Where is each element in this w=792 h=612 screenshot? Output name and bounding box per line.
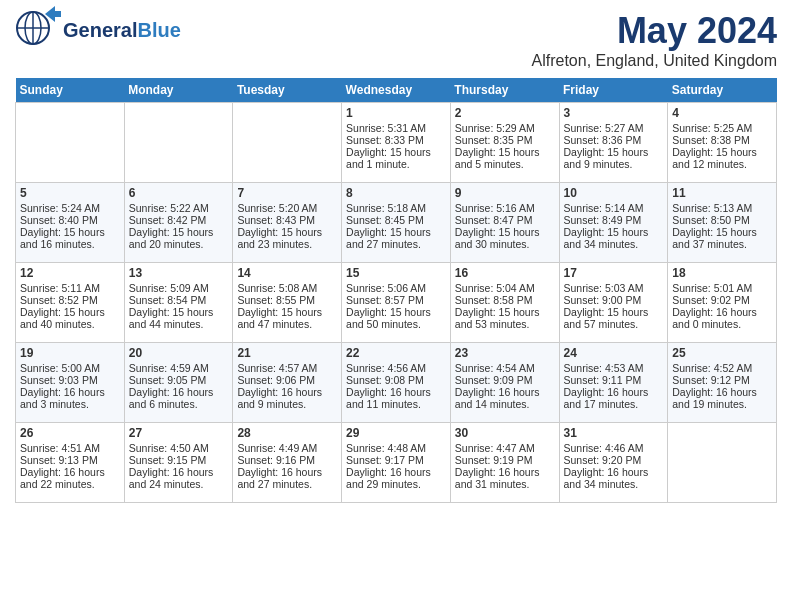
page-header: GeneralBlue May 2024 Alfreton, England, … [15,10,777,70]
day-number: 17 [564,266,664,280]
day-info: Daylight: 16 hours [237,466,337,478]
day-info: Sunset: 8:50 PM [672,214,772,226]
day-info: and 31 minutes. [455,478,555,490]
day-info: Daylight: 15 hours [672,146,772,158]
day-info: Sunset: 8:42 PM [129,214,229,226]
day-info: Daylight: 15 hours [237,226,337,238]
day-info: Sunrise: 5:24 AM [20,202,120,214]
calendar-cell: 4Sunrise: 5:25 AMSunset: 8:38 PMDaylight… [668,103,777,183]
calendar-cell: 9Sunrise: 5:16 AMSunset: 8:47 PMDaylight… [450,183,559,263]
day-info: Daylight: 15 hours [20,226,120,238]
day-info: Sunrise: 5:22 AM [129,202,229,214]
day-info: Daylight: 16 hours [129,466,229,478]
day-info: and 44 minutes. [129,318,229,330]
day-info: Daylight: 15 hours [129,226,229,238]
day-number: 22 [346,346,446,360]
day-info: and 6 minutes. [129,398,229,410]
day-number: 24 [564,346,664,360]
day-number: 11 [672,186,772,200]
day-number: 4 [672,106,772,120]
day-info: Daylight: 15 hours [455,226,555,238]
day-info: and 47 minutes. [237,318,337,330]
calendar-cell [233,103,342,183]
calendar-cell: 23Sunrise: 4:54 AMSunset: 9:09 PMDayligh… [450,343,559,423]
day-info: Sunrise: 4:50 AM [129,442,229,454]
day-info: Daylight: 15 hours [564,226,664,238]
day-info: Daylight: 16 hours [129,386,229,398]
day-info: and 23 minutes. [237,238,337,250]
day-number: 14 [237,266,337,280]
day-info: and 11 minutes. [346,398,446,410]
day-info: Daylight: 16 hours [237,386,337,398]
day-info: and 17 minutes. [564,398,664,410]
calendar-week-5: 26Sunrise: 4:51 AMSunset: 9:13 PMDayligh… [16,423,777,503]
day-number: 2 [455,106,555,120]
day-number: 23 [455,346,555,360]
day-info: Sunrise: 5:16 AM [455,202,555,214]
day-info: Sunset: 8:40 PM [20,214,120,226]
day-info: Sunset: 9:00 PM [564,294,664,306]
day-number: 28 [237,426,337,440]
day-info: Daylight: 16 hours [672,306,772,318]
day-info: Sunset: 9:15 PM [129,454,229,466]
day-info: Sunset: 9:05 PM [129,374,229,386]
day-info: and 57 minutes. [564,318,664,330]
day-number: 19 [20,346,120,360]
day-info: Sunrise: 5:11 AM [20,282,120,294]
day-info: and 27 minutes. [346,238,446,250]
calendar-cell: 20Sunrise: 4:59 AMSunset: 9:05 PMDayligh… [124,343,233,423]
day-info: Sunset: 9:16 PM [237,454,337,466]
day-number: 10 [564,186,664,200]
day-info: Sunrise: 4:56 AM [346,362,446,374]
day-info: and 1 minute. [346,158,446,170]
day-info: Sunset: 8:58 PM [455,294,555,306]
day-info: and 34 minutes. [564,478,664,490]
day-info: and 19 minutes. [672,398,772,410]
day-info: Sunrise: 5:09 AM [129,282,229,294]
day-info: Sunrise: 4:46 AM [564,442,664,454]
day-info: Daylight: 15 hours [672,226,772,238]
day-info: Daylight: 15 hours [564,306,664,318]
calendar-cell: 8Sunrise: 5:18 AMSunset: 8:45 PMDaylight… [342,183,451,263]
day-info: Sunrise: 5:29 AM [455,122,555,134]
day-info: Sunset: 8:33 PM [346,134,446,146]
day-number: 15 [346,266,446,280]
calendar-cell: 30Sunrise: 4:47 AMSunset: 9:19 PMDayligh… [450,423,559,503]
calendar-cell: 27Sunrise: 4:50 AMSunset: 9:15 PMDayligh… [124,423,233,503]
day-info: and 14 minutes. [455,398,555,410]
calendar-cell: 7Sunrise: 5:20 AMSunset: 8:43 PMDaylight… [233,183,342,263]
day-info: Sunset: 9:19 PM [455,454,555,466]
day-number: 20 [129,346,229,360]
weekday-header-saturday: Saturday [668,78,777,103]
calendar-cell: 25Sunrise: 4:52 AMSunset: 9:12 PMDayligh… [668,343,777,423]
calendar-week-2: 5Sunrise: 5:24 AMSunset: 8:40 PMDaylight… [16,183,777,263]
day-info: Sunset: 8:45 PM [346,214,446,226]
calendar-cell: 2Sunrise: 5:29 AMSunset: 8:35 PMDaylight… [450,103,559,183]
day-number: 9 [455,186,555,200]
calendar-cell: 5Sunrise: 5:24 AMSunset: 8:40 PMDaylight… [16,183,125,263]
day-info: Sunset: 9:02 PM [672,294,772,306]
calendar-cell: 24Sunrise: 4:53 AMSunset: 9:11 PMDayligh… [559,343,668,423]
weekday-header-friday: Friday [559,78,668,103]
day-info: Sunset: 8:47 PM [455,214,555,226]
day-info: Daylight: 16 hours [346,466,446,478]
day-info: Sunrise: 5:06 AM [346,282,446,294]
day-info: Sunset: 9:20 PM [564,454,664,466]
title-block: May 2024 Alfreton, England, United Kingd… [532,10,777,70]
day-info: Daylight: 15 hours [455,146,555,158]
day-number: 7 [237,186,337,200]
logo-general: General [63,19,137,41]
day-info: Sunrise: 5:01 AM [672,282,772,294]
day-info: Daylight: 15 hours [237,306,337,318]
day-info: Daylight: 15 hours [455,306,555,318]
day-number: 8 [346,186,446,200]
day-info: Sunset: 8:43 PM [237,214,337,226]
calendar-cell: 15Sunrise: 5:06 AMSunset: 8:57 PMDayligh… [342,263,451,343]
calendar-cell: 19Sunrise: 5:00 AMSunset: 9:03 PMDayligh… [16,343,125,423]
day-info: Sunrise: 5:27 AM [564,122,664,134]
day-info: and 24 minutes. [129,478,229,490]
day-info: Sunrise: 5:31 AM [346,122,446,134]
weekday-header-tuesday: Tuesday [233,78,342,103]
calendar-cell: 11Sunrise: 5:13 AMSunset: 8:50 PMDayligh… [668,183,777,263]
calendar-cell: 21Sunrise: 4:57 AMSunset: 9:06 PMDayligh… [233,343,342,423]
